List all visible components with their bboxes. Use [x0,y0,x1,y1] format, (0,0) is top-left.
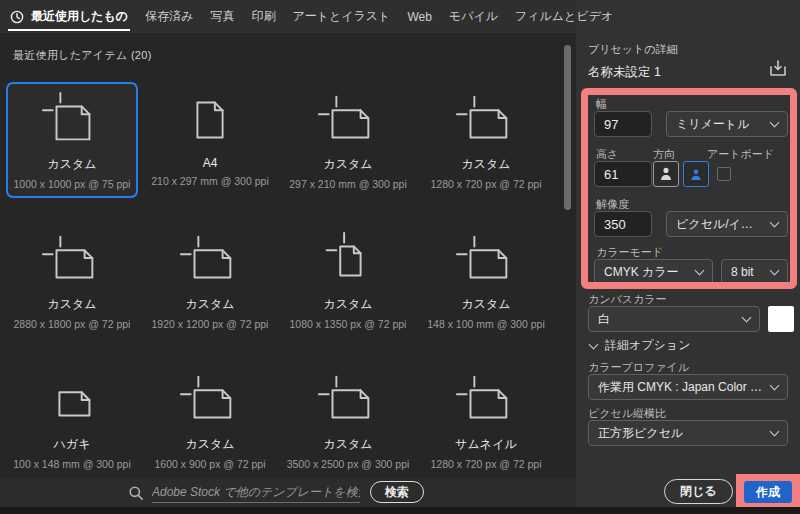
document-landscape-cropmarks-icon [41,229,103,291]
chevron-down-icon [742,312,752,322]
document-name: 名称未設定 1 [588,64,661,81]
grid-header: 最近使用したアイテム (20) [13,48,152,63]
canvas-color-value: 白 [598,311,610,328]
template-title: カスタム [323,296,372,313]
color-mode-select[interactable]: CMYK カラー [594,259,713,285]
stock-search-input[interactable] [152,481,360,503]
template-spec: 1280 x 720 px @ 72 ppi [430,178,541,190]
category-tab-bar: 最近使用したもの 保存済み 写真 印刷 アートとイラスト Web モバイル フィ… [0,0,576,33]
template-card-custom-1600[interactable]: カスタム 1600 x 900 px @ 72 ppi [146,364,274,476]
color-profile-label: カラープロファイル [588,360,689,375]
document-landscape-cropmarks-icon [317,89,379,151]
save-preset-icon[interactable] [766,58,788,80]
template-card-custom-148[interactable]: カスタム 148 x 100 mm @ 300 ppi [422,224,550,336]
tab-art-illustration[interactable]: アートとイラスト [292,0,390,33]
bit-depth-value: 8 bit [731,265,754,279]
document-landscape-icon [41,369,103,431]
dialog-bottom-edge [0,507,800,514]
recent-templates-section: 最近使用したアイテム (20) カスタム 1000 x 1000 px @ 75… [0,33,576,507]
pixel-aspect-value: 正方形ピクセル [598,425,683,442]
canvas-color-label: カンバスカラー [588,292,667,307]
template-title: カスタム [461,296,510,313]
color-profile-select[interactable]: 作業用 CMYK : Japan Color 2001 Coa... [588,374,788,400]
template-card-custom-1000[interactable]: カスタム 1000 x 1000 px @ 75 ppi [8,84,136,196]
document-square-cropmarks-icon [41,89,103,151]
grid-scrollbar[interactable] [564,45,571,210]
template-title: カスタム [323,436,372,453]
template-card-thumbnail[interactable]: サムネイル 1280 x 720 px @ 72 ppi [422,364,550,476]
color-mode-value: CMYK カラー [604,264,679,281]
template-title: カスタム [323,156,372,173]
height-input[interactable] [594,161,652,187]
template-spec: 1920 x 1200 px @ 72 ppi [152,318,269,330]
canvas-color-swatch[interactable] [768,306,794,332]
tab-label: Web [407,10,431,24]
template-card-custom-1280[interactable]: カスタム 1280 x 720 px @ 72 ppi [422,84,550,196]
width-unit-select[interactable]: ミリメートル [666,111,788,137]
tab-label: アートとイラスト [292,8,390,25]
template-title: カスタム [47,296,96,313]
orientation-landscape-button[interactable] [683,161,709,187]
template-card-custom-1080[interactable]: カスタム 1080 x 1350 px @ 72 ppi [284,224,412,336]
resolution-unit-value: ピクセル/インチ [676,216,765,233]
tab-saved[interactable]: 保存済み [145,0,193,33]
template-title: ハガキ [54,436,91,453]
tab-label: フィルムとビデオ [515,8,613,25]
document-landscape-cropmarks-icon [455,369,517,431]
template-spec: 148 x 100 mm @ 300 ppi [427,318,544,330]
template-title: カスタム [461,156,510,173]
color-profile-value: 作業用 CMYK : Japan Color 2001 Coa... [598,379,765,396]
artboard-label: アートボード [707,147,774,162]
document-portrait-icon [179,89,241,151]
template-card-custom-297[interactable]: カスタム 297 x 210 mm @ 300 ppi [284,84,412,196]
orientation-label: 方向 [653,147,675,162]
tab-print[interactable]: 印刷 [251,0,275,33]
tab-label: 最近使用したもの [31,8,128,25]
template-spec: 2880 x 1800 px @ 72 ppi [14,318,131,330]
tab-film-video[interactable]: フィルムとビデオ [515,0,613,33]
template-card-custom-2880[interactable]: カスタム 2880 x 1800 px @ 72 ppi [8,224,136,336]
tab-web[interactable]: Web [407,0,431,33]
bit-depth-select[interactable]: 8 bit [721,259,788,285]
pixel-aspect-label: ピクセル縦横比 [588,406,666,421]
search-icon [128,485,144,505]
width-label: 幅 [596,97,607,112]
portrait-person-icon [657,165,675,183]
tab-photo[interactable]: 写真 [210,0,234,33]
tab-mobile[interactable]: モバイル [449,0,498,33]
pixel-aspect-select[interactable]: 正方形ピクセル [588,420,788,446]
tab-label: 写真 [210,8,234,25]
chevron-down-icon [770,217,780,227]
template-card-custom-3500[interactable]: カスタム 3500 x 2500 px @ 300 ppi [284,364,412,476]
landscape-person-icon [687,165,705,183]
height-label: 高さ [596,147,618,162]
document-landscape-cropmarks-icon [455,89,517,151]
resolution-input[interactable] [594,211,652,237]
template-card-a4[interactable]: A4 210 x 297 mm @ 300 ppi [146,84,274,196]
template-spec: 1080 x 1350 px @ 72 ppi [290,318,407,330]
width-input[interactable] [594,111,652,137]
resolution-label: 解像度 [596,197,629,212]
template-grid: カスタム 1000 x 1000 px @ 75 ppi A4 210 x 29… [8,84,560,476]
document-landscape-cropmarks-icon [179,229,241,291]
orientation-portrait-button[interactable] [653,161,679,187]
advanced-options-toggle[interactable]: 詳細オプション [588,337,690,354]
artboard-checkbox[interactable] [717,167,731,181]
document-portrait-cropmarks-icon [317,229,379,291]
template-title: カスタム [185,296,234,313]
template-spec: 1000 x 1000 px @ 75 ppi [14,178,131,190]
template-title: サムネイル [455,436,516,453]
create-button[interactable]: 作成 [744,481,792,503]
advanced-options-label: 詳細オプション [605,337,690,354]
resolution-unit-select[interactable]: ピクセル/インチ [666,211,788,237]
tab-recent[interactable]: 最近使用したもの [10,0,128,33]
template-card-custom-1920[interactable]: カスタム 1920 x 1200 px @ 72 ppi [146,224,274,336]
template-card-hagaki[interactable]: ハガキ 100 x 148 mm @ 300 ppi [8,364,136,476]
document-landscape-cropmarks-icon [317,369,379,431]
preset-details-panel: プリセットの詳細 名称未設定 1 幅 ミリメートル 高さ 方向 アートボード 解… [576,0,800,514]
close-button[interactable]: 閉じる [664,479,733,504]
search-button[interactable]: 検索 [370,481,424,503]
canvas-color-select[interactable]: 白 [588,306,760,332]
chevron-down-icon [589,340,599,350]
template-title: カスタム [185,436,234,453]
